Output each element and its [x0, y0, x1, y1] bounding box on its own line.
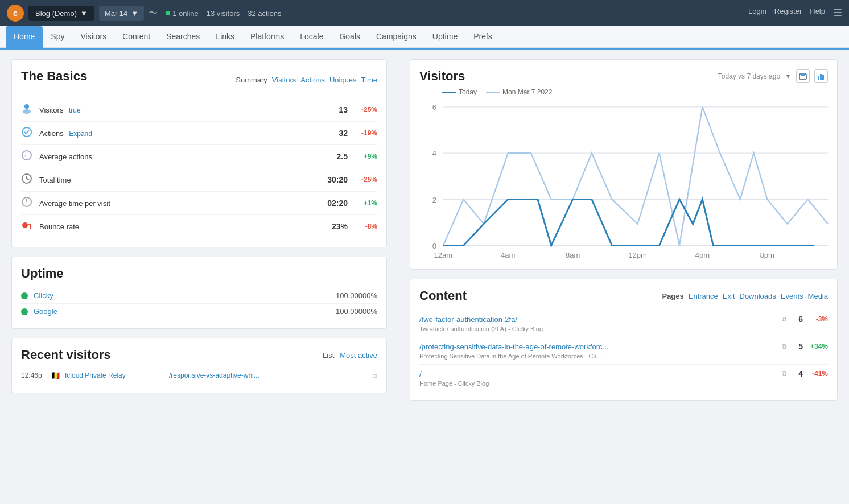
- compare-label: Today vs 7 days ago: [718, 72, 780, 80]
- tab-searches[interactable]: Searches: [158, 26, 208, 48]
- svg-point-0: [24, 104, 29, 109]
- summary-tab-label: Summary: [236, 76, 267, 84]
- total-time-change: -25%: [355, 176, 377, 184]
- svg-text:4pm: 4pm: [695, 252, 710, 259]
- svg-point-1: [23, 109, 31, 114]
- content-item-2: / ⧉ 4 -41% Home Page - Clicky Blog: [419, 365, 828, 391]
- uptime-title: Uptime: [21, 266, 377, 281]
- date-dropdown-icon: ▼: [131, 9, 138, 18]
- bounce-label: Bounce rate: [39, 222, 332, 231]
- visitors-chart-card: Visitors Today vs 7 days ago ▼: [410, 59, 838, 270]
- avg-time-label: Average time per visit: [39, 199, 327, 208]
- compare-dropdown-icon[interactable]: ▼: [785, 72, 792, 80]
- uptime-dot-clicky: [21, 292, 28, 299]
- actions-tab-link[interactable]: Actions: [300, 76, 325, 84]
- content-page-icon-0: ⧉: [782, 315, 787, 323]
- downloads-tab-link[interactable]: Downloads: [740, 292, 776, 300]
- actions-label: Actions Expand: [39, 129, 339, 138]
- tab-visitors[interactable]: Visitors: [72, 26, 114, 48]
- svg-rect-13: [818, 76, 819, 80]
- svg-text:0: 0: [432, 243, 436, 250]
- legend-prev: Mon Mar 7 2022: [486, 88, 552, 96]
- recent-tabs: List Most active: [323, 351, 377, 360]
- tab-spy[interactable]: Spy: [43, 26, 72, 48]
- tab-content[interactable]: Content: [114, 26, 158, 48]
- events-tab-link[interactable]: Events: [781, 292, 803, 300]
- content-item-top-1: /protecting-sensitive-data-in-the-age-of…: [419, 342, 828, 351]
- bounce-icon: [21, 220, 35, 233]
- content-url-2[interactable]: /: [419, 370, 777, 378]
- date-selector[interactable]: Mar 14 ▼: [99, 6, 144, 21]
- tab-platforms[interactable]: Platforms: [242, 26, 292, 48]
- avg-actions-change: +9%: [355, 152, 377, 160]
- tab-campaigns[interactable]: Campaigns: [368, 26, 424, 48]
- actions-expand[interactable]: Expand: [69, 130, 92, 138]
- visitors-change: -25%: [355, 106, 377, 114]
- content-url-1[interactable]: /protecting-sensitive-data-in-the-age-of…: [419, 342, 777, 351]
- content-url-0[interactable]: /two-factor-authentication-2fa/: [419, 315, 777, 324]
- bounce-change: -8%: [355, 222, 377, 230]
- visitors-tab-link[interactable]: Visitors: [272, 76, 296, 84]
- site-dropdown-icon: ▼: [80, 9, 88, 18]
- legend-today: Today: [442, 88, 477, 96]
- uptime-clicky-link[interactable]: Clicky: [34, 291, 336, 300]
- avg-time-icon: [21, 196, 35, 210]
- hamburger-icon[interactable]: ☰: [833, 7, 842, 19]
- time-tab-link[interactable]: Time: [361, 76, 377, 84]
- content-page-icon-1: ⧉: [782, 342, 787, 350]
- metric-row-actions: Actions Expand 32 -19%: [21, 122, 377, 145]
- content-item-1: /protecting-sensitive-data-in-the-age-of…: [419, 337, 828, 365]
- svg-rect-12: [801, 73, 805, 76]
- export-image-btn[interactable]: [796, 69, 810, 83]
- site-selector[interactable]: Blog (Demo) ▼: [28, 6, 94, 21]
- trend-icon[interactable]: 〜: [149, 7, 158, 19]
- svg-text:12am: 12am: [434, 252, 453, 259]
- uptime-google-link[interactable]: Google: [34, 307, 336, 316]
- metric-row-avg-time: Average time per visit 02:20 +1%: [21, 192, 377, 215]
- tab-goals[interactable]: Goals: [331, 26, 368, 48]
- tab-links[interactable]: Links: [208, 26, 242, 48]
- visitor-name-0[interactable]: Icloud Private Relay: [65, 371, 164, 379]
- total-time-icon: [21, 173, 35, 187]
- uniques-tab-link[interactable]: Uniques: [329, 76, 357, 84]
- actions-change: -19%: [355, 129, 377, 137]
- visitors-icon: [21, 103, 35, 117]
- left-panel: The Basics Summary Visitors Actions Uniq…: [0, 50, 398, 410]
- register-link[interactable]: Register: [774, 7, 802, 19]
- avg-actions-value: 2.5: [337, 152, 348, 161]
- visitors-chart-svg: 0 2 4 6 12am 4am 8am 12pm 4pm 8pm: [436, 101, 828, 249]
- tab-locale[interactable]: Locale: [292, 26, 331, 48]
- exit-tab-link[interactable]: Exit: [723, 292, 735, 300]
- svg-rect-14: [820, 74, 822, 80]
- chart-legend: Today Mon Mar 7 2022: [419, 88, 828, 96]
- basics-tabs: Summary Visitors Actions Uniques Time: [236, 76, 377, 84]
- svg-rect-15: [822, 75, 824, 80]
- login-link[interactable]: Login: [748, 7, 766, 19]
- media-tab-link[interactable]: Media: [808, 292, 828, 300]
- content-header: Content Pages Entrance Exit Downloads Ev…: [419, 288, 828, 303]
- most-active-tab-link[interactable]: Most active: [340, 351, 377, 360]
- recent-visitors-card: Recent visitors List Most active 12:46p …: [11, 338, 387, 393]
- entrance-tab-link[interactable]: Entrance: [689, 292, 718, 300]
- svg-text:4am: 4am: [501, 252, 515, 259]
- bounce-value: 23%: [332, 222, 348, 231]
- visitors-label: Visitors true: [39, 106, 339, 114]
- visitors-expand[interactable]: true: [69, 106, 81, 114]
- content-desc-1: Protecting Sensitive Data in the Age of …: [419, 353, 828, 360]
- tab-prefs[interactable]: Prefs: [465, 26, 500, 48]
- visitor-page-0[interactable]: /responsive-vs-adaptive-whi...: [169, 371, 368, 379]
- content-change-1: +34%: [807, 342, 828, 350]
- content-item-0: /two-factor-authentication-2fa/ ⧉ 6 -3% …: [419, 310, 828, 337]
- tab-uptime[interactable]: Uptime: [424, 26, 465, 48]
- visitor-row-0: 12:46p 🇧🇪 Icloud Private Relay /responsi…: [21, 368, 377, 383]
- uptime-google: Google 100.00000%: [21, 304, 377, 319]
- help-link[interactable]: Help: [810, 7, 825, 19]
- avg-time-value: 02:20: [327, 199, 348, 208]
- content-page-icon-2: ⧉: [782, 370, 787, 378]
- uptime-card: Uptime Clicky 100.00000% Google 100.0000…: [11, 257, 387, 329]
- pages-tab-active: Pages: [662, 292, 683, 300]
- tab-home[interactable]: Home: [6, 26, 43, 48]
- visitors-chart-title: Visitors: [419, 69, 465, 84]
- bar-chart-btn[interactable]: [814, 69, 828, 83]
- content-desc-2: Home Page - Clicky Blog: [419, 380, 828, 387]
